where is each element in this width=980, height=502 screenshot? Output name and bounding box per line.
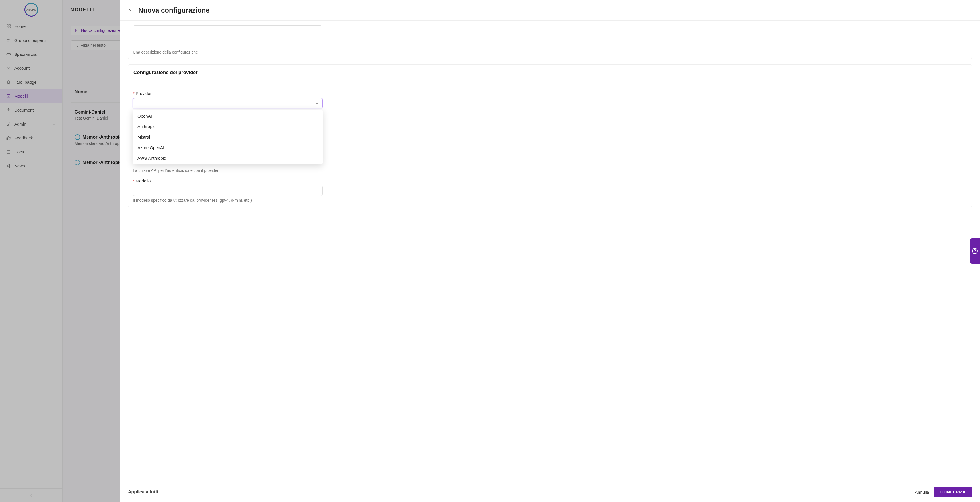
provider-select[interactable] [133, 98, 323, 108]
description-textarea[interactable] [133, 25, 322, 46]
provider-option-openai[interactable]: OpenAI [133, 111, 323, 121]
provider-dropdown: OpenAI Anthropic Mistral Azure OpenAI AW… [133, 110, 323, 164]
apikey-helper: La chiave API per l'autenticazione con i… [133, 168, 967, 173]
apply-all-label: Applica a tutti [128, 489, 158, 495]
provider-label: *Provider [133, 91, 967, 96]
model-label: *Modello [133, 178, 967, 183]
modal-footer: Applica a tutti Annulla CONFERMA [120, 482, 980, 502]
provider-option-aws-anthropic[interactable]: AWS Anthropic [133, 153, 323, 163]
help-button[interactable] [970, 239, 980, 263]
model-input[interactable] [133, 186, 323, 196]
model-helper: Il modello specifico da utilizzare dal p… [133, 198, 967, 202]
modal-title: Nuova configurazione [138, 6, 210, 14]
provider-option-mistral[interactable]: Mistral [133, 132, 323, 142]
provider-option-azure-openai[interactable]: Azure OpenAI [133, 142, 323, 153]
provider-section-title: Configurazione del provider [128, 65, 972, 81]
chevron-down-icon [315, 101, 319, 105]
description-helper: Una descrizione della configurazione [133, 50, 967, 54]
modal-close-button[interactable] [128, 8, 133, 13]
new-configuration-modal: Nuova configurazione Una descrizione del… [120, 0, 980, 502]
close-icon [128, 8, 133, 13]
confirm-button[interactable]: CONFERMA [934, 487, 972, 497]
help-icon [972, 248, 978, 254]
modal-header: Nuova configurazione [120, 0, 980, 21]
provider-option-anthropic[interactable]: Anthropic [133, 121, 323, 132]
cancel-button[interactable]: Annulla [910, 487, 934, 497]
